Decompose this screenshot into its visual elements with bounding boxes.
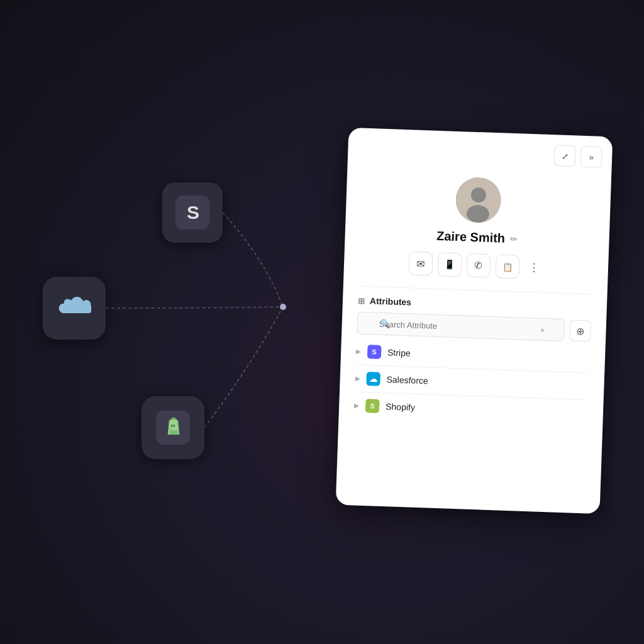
expand-icon: ⤢ — [561, 151, 569, 160]
attributes-label: Attributes — [370, 296, 412, 307]
salesforce-label: Salesforce — [386, 374, 428, 386]
attributes-section: ⊞ Attributes 🔍 ▲ ⊕ ▶ — [338, 286, 607, 428]
chevron-shopify-icon: ▶ — [354, 402, 359, 409]
stripe-logo-letter: S — [372, 348, 377, 355]
user-name: Zaire Smith — [436, 229, 506, 246]
note-icon: 📋 — [502, 262, 513, 272]
svg-rect-2 — [171, 425, 173, 427]
add-attribute-icon: ⊕ — [576, 325, 585, 336]
edit-icon[interactable]: ✏ — [510, 233, 518, 243]
chevron-salesforce-icon: ▶ — [355, 375, 360, 382]
phone-icon: ✆ — [474, 260, 483, 271]
more-button[interactable]: ⋮ — [525, 258, 544, 277]
phone-button[interactable]: ✆ — [466, 253, 491, 278]
shopify-logo-letter: S — [370, 402, 375, 409]
note-button[interactable]: 📋 — [495, 254, 519, 279]
skip-button[interactable]: » — [580, 146, 602, 168]
stripe-label: Stripe — [387, 347, 411, 358]
expand-button[interactable]: ⤢ — [554, 145, 576, 167]
mobile-icon: 📱 — [444, 259, 455, 270]
forward-icon: » — [589, 152, 594, 162]
email-button[interactable]: ✉ — [408, 251, 433, 275]
profile-card: ⌃ ⌄ ⤢ » — [336, 128, 613, 514]
svg-rect-3 — [174, 425, 175, 427]
shopify-label: Shopify — [386, 401, 415, 413]
stripe-letter: S — [187, 202, 198, 223]
scene: S ⌃ ⌄ ⤢ » — [0, 0, 644, 644]
attributes-header-icon: ⊞ — [358, 296, 365, 305]
avatar-image — [455, 177, 501, 223]
mobile-button[interactable]: 📱 — [437, 252, 462, 277]
email-icon: ✉ — [416, 257, 425, 269]
user-name-row: Zaire Smith ✏ — [436, 229, 518, 246]
avatar — [455, 177, 501, 223]
shopify-logo: S — [365, 399, 380, 413]
salesforce-logo-icon: ☁ — [369, 374, 378, 384]
card-top-actions: ⤢ » — [554, 145, 602, 168]
attributes-list: ▶ S Stripe ▶ ☁ Salesforce ▶ — [338, 338, 605, 428]
salesforce-logo: ☁ — [366, 372, 380, 386]
add-attribute-button[interactable]: ⊕ — [569, 319, 591, 341]
shopify-app-icon[interactable] — [142, 396, 204, 459]
action-icons-row: ✉ 📱 ✆ 📋 ⋮ — [408, 251, 543, 279]
stripe-app-icon[interactable]: S — [162, 182, 223, 243]
chevron-stripe-icon: ▶ — [356, 348, 361, 355]
salesforce-app-icon[interactable] — [43, 277, 106, 340]
svg-point-0 — [280, 304, 286, 310]
stripe-logo: S — [367, 345, 382, 359]
